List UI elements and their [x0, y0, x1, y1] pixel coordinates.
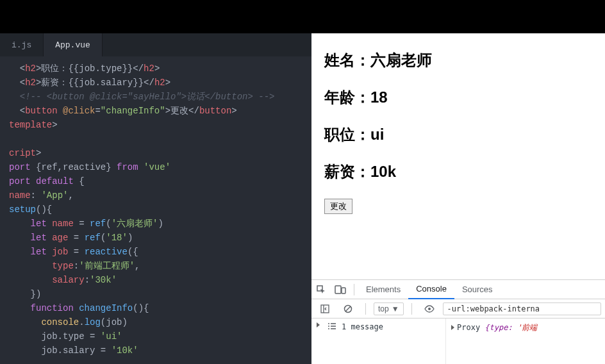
- clear-console-icon[interactable]: [338, 299, 358, 318]
- editor-tab-label: App.vue: [55, 40, 90, 50]
- expand-caret-icon[interactable]: [451, 325, 454, 330]
- heading-age: 年龄：18: [324, 87, 592, 108]
- code-token: salary: [9, 275, 85, 285]
- messages-count: 1 message: [342, 322, 383, 331]
- console-toolbar: top ▼: [311, 299, 605, 318]
- code-token: (){: [36, 204, 52, 215]
- code-token: h2: [154, 78, 165, 88]
- code-token: [9, 63, 20, 74]
- value: 10k: [370, 163, 396, 180]
- inspect-icon[interactable]: [311, 280, 331, 299]
- console-sidebar[interactable]: 1 message: [311, 318, 446, 364]
- browser-preview: 姓名：六扇老师 年龄：18 职位：ui 薪资：10k 更改 Elements C…: [311, 33, 605, 364]
- code-token: function: [9, 303, 79, 313]
- value: 六扇老师: [370, 51, 432, 69]
- separator: [411, 303, 412, 315]
- code-token: =: [85, 331, 101, 342]
- editor-tab-label: i.js: [12, 40, 31, 50]
- log-brace: {: [485, 323, 489, 332]
- console-output[interactable]: Proxy {type: '前端: [446, 318, 605, 364]
- code-token: h2: [25, 63, 36, 74]
- sidebar-toggle-icon[interactable]: [315, 299, 335, 318]
- code-token: <: [20, 63, 25, 74]
- label: 职位：: [324, 126, 370, 143]
- log-string: '前端: [517, 323, 537, 332]
- code-token: <: [20, 78, 25, 88]
- code-token: '30k': [90, 275, 117, 285]
- code-token: (job): [101, 317, 128, 327]
- code-area[interactable]: <h2>职位：{{job.type}}</h2> <h2>薪资：{{job.sa…: [0, 56, 311, 364]
- code-token: >: [52, 120, 57, 130]
- code-token: @click: [58, 106, 95, 116]
- code-token: {: [74, 176, 85, 186]
- change-button[interactable]: 更改: [324, 199, 352, 214]
- code-token: =: [95, 106, 100, 116]
- label: 姓名：: [324, 51, 370, 69]
- devtools-tab-console[interactable]: Console: [408, 280, 454, 299]
- log-colon: :: [508, 323, 517, 332]
- code-token: "changeInfo": [101, 106, 165, 116]
- heading-job: 职位：ui: [324, 124, 592, 145]
- code-token: job.salary: [9, 345, 95, 356]
- code-token: job: [52, 247, 68, 257]
- code-token: >: [165, 106, 170, 116]
- code-token: ,: [135, 261, 140, 271]
- code-token: >: [231, 106, 236, 116]
- rendered-page: 姓名：六扇老师 年龄：18 职位：ui 薪资：10k 更改: [311, 33, 605, 279]
- code-token: {ref,reactive}: [36, 162, 112, 172]
- code-token: (: [106, 219, 111, 229]
- code-token: {{job.salary}}: [68, 78, 144, 88]
- code-token: :: [74, 261, 79, 271]
- code-token: button: [25, 106, 57, 116]
- code-token: changeInfo: [79, 303, 133, 313]
- code-token: let: [9, 219, 52, 229]
- code-token: name: [9, 190, 31, 201]
- editor-tab[interactable]: App.vue: [44, 33, 103, 56]
- code-token: job.type: [9, 331, 85, 342]
- code-token: h2: [144, 63, 154, 74]
- device-toggle-icon[interactable]: [331, 280, 350, 299]
- expand-caret-icon[interactable]: [317, 322, 320, 327]
- code-token: cript: [9, 148, 36, 158]
- value: ui: [370, 126, 384, 143]
- svg-rect-0: [335, 286, 341, 294]
- svg-line-5: [345, 306, 351, 311]
- code-token: :: [85, 275, 90, 285]
- label: 年龄：: [324, 88, 370, 106]
- code-token: [9, 92, 20, 102]
- live-expression-icon[interactable]: [420, 299, 439, 318]
- console-body: 1 message Proxy {type: '前端: [311, 318, 605, 364]
- code-token: </: [188, 106, 199, 116]
- console-filter-input[interactable]: [443, 302, 601, 315]
- code-token: default: [36, 176, 74, 186]
- separator: [365, 303, 366, 315]
- code-token: age: [52, 233, 68, 243]
- code-token: ,: [68, 190, 73, 201]
- chevron-down-icon: ▼: [392, 304, 399, 313]
- code-token: ): [158, 219, 163, 229]
- editor-tab-bar: i.js App.vue: [0, 33, 311, 56]
- label: 薪资：: [324, 163, 370, 180]
- devtools-tab-elements[interactable]: Elements: [358, 280, 408, 299]
- code-editor: i.js App.vue <h2>职位：{{job.type}}</h2> <h…: [0, 33, 311, 364]
- code-token: </: [144, 78, 154, 88]
- code-token: :: [31, 190, 42, 201]
- code-token: let: [9, 233, 52, 243]
- code-token: setup: [9, 204, 36, 215]
- devtools-tab-sources[interactable]: Sources: [454, 280, 501, 299]
- log-prop: type: [490, 323, 508, 332]
- code-token: name: [52, 219, 74, 229]
- code-token: (){: [133, 303, 149, 313]
- context-selector[interactable]: top ▼: [374, 302, 404, 315]
- code-token: >: [154, 63, 160, 74]
- code-token: port: [9, 162, 36, 172]
- value: 18: [370, 88, 388, 106]
- code-token: ): [128, 233, 133, 243]
- code-token: =: [74, 219, 90, 229]
- code-token: {{job.type}}: [68, 63, 133, 74]
- code-token: 更改: [170, 106, 188, 116]
- code-token: [9, 78, 20, 88]
- code-token: '18': [106, 233, 128, 243]
- editor-tab[interactable]: i.js: [0, 33, 44, 56]
- code-token: >: [165, 78, 170, 88]
